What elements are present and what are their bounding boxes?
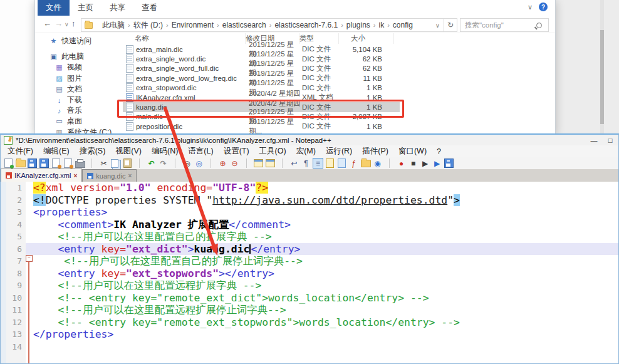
folder-as-workspace-button[interactable]	[360, 158, 371, 169]
macro-play-button[interactable]: ▶	[420, 158, 430, 169]
breadcrumb-item[interactable]: › plugins	[338, 21, 370, 29]
zoom-in-button[interactable]: ⊕	[217, 158, 228, 169]
menu-item[interactable]: 编码(N)	[147, 145, 183, 158]
column-header[interactable]: 名称	[135, 33, 246, 44]
menu-item[interactable]: 插件(P)	[357, 145, 393, 158]
breadcrumb-item[interactable]: › elasticsearch	[214, 21, 266, 29]
macro-record-button[interactable]: ●	[396, 158, 407, 169]
code-lines[interactable]: <?xml version="1.0" encoding="UTF-8"?><!…	[33, 182, 618, 363]
file-name: preposition.dic	[136, 123, 249, 130]
document-tab[interactable]: kuang.dic ×	[82, 169, 137, 182]
ribbon-tab[interactable]: 查看	[133, 0, 165, 16]
menu-item[interactable]: 窗口(W)	[393, 145, 432, 158]
breadcrumb-separator-icon: ›	[163, 21, 172, 29]
recent-locations-icon[interactable]: ∨	[65, 21, 69, 28]
breadcrumb-item[interactable]: 此电脑	[96, 20, 125, 31]
fold-margin[interactable]	[26, 182, 33, 363]
close-button[interactable]	[51, 158, 61, 169]
function-list-button[interactable]: ƒ	[348, 158, 359, 169]
code-editor[interactable]: 1234567891011121314 − <?xml version="1.0…	[1, 182, 618, 363]
menu-item[interactable]: 设置(T)	[219, 145, 254, 158]
sidebar-item[interactable]: ▭ 桌面	[35, 116, 123, 127]
tab-close-icon[interactable]: ×	[73, 172, 77, 179]
refresh-button[interactable]: ↻	[444, 18, 457, 32]
line-number: 3	[6, 206, 22, 219]
menu-item[interactable]: 运行(R)	[321, 145, 357, 158]
background-scrollbar-thumb[interactable]	[600, 30, 604, 124]
macro-stop-button[interactable]: ■	[408, 158, 419, 169]
tab-close-icon[interactable]: ×	[128, 172, 132, 179]
ribbon-tab[interactable]: 共享	[101, 0, 133, 16]
sync-vertical-scroll-button[interactable]	[253, 158, 264, 169]
address-dropdown-icon[interactable]: ∨	[432, 22, 444, 29]
menu-item[interactable]: 视图(V)	[110, 145, 147, 158]
search-input[interactable]: 搜索"config"	[460, 18, 549, 32]
file-row[interactable]: preposition.dic 2019/12/25 星期... DIC 文件 …	[123, 122, 400, 131]
sidebar-item[interactable]: ▦ 视频	[35, 62, 123, 73]
back-icon[interactable]: ←	[43, 19, 51, 28]
undo-button[interactable]: ↶	[146, 158, 157, 169]
macro-run-multiple-button[interactable]: ▶	[432, 158, 442, 169]
show-all-characters-button[interactable]: ¶	[301, 158, 311, 169]
column-header[interactable]: 类型	[299, 33, 339, 44]
sidebar-item[interactable]: ▨ 图片	[35, 73, 123, 84]
code-segment: "1.0"	[120, 182, 150, 194]
replace-button[interactable]: ◎	[194, 158, 204, 169]
menu-item[interactable]: 工具(O)	[254, 145, 291, 158]
search-icon	[536, 23, 542, 28]
toolbar-separator	[241, 158, 252, 169]
column-header[interactable]: 大小	[339, 33, 394, 44]
copy-button[interactable]	[110, 158, 121, 169]
fold-marker-icon[interactable]: −	[26, 255, 33, 262]
sync-horizontal-scroll-button[interactable]	[265, 158, 276, 169]
sidebar-item-icon: ♪	[55, 107, 64, 115]
breadcrumb-item[interactable]: › ik	[370, 21, 384, 29]
sidebar-item[interactable]: ♪ 音乐	[35, 105, 123, 116]
document-map-button[interactable]	[325, 158, 335, 169]
file-monitoring-button[interactable]: ◉	[372, 158, 383, 169]
notepad-title-bar[interactable]: *D:\Environment\elasticsearch\elasticsea…	[1, 135, 618, 145]
forward-icon[interactable]: →	[55, 19, 63, 28]
zoom-out-button[interactable]: ⊖	[229, 158, 240, 169]
word-wrap-button[interactable]: ↩	[289, 158, 299, 169]
macro-save-button[interactable]	[444, 158, 454, 169]
redo-button[interactable]: ↷	[158, 158, 169, 169]
address-bar[interactable]: 此电脑 › 软件 (D:) › Environment › elasticsea…	[81, 18, 444, 32]
menu-item[interactable]: ?	[432, 146, 446, 157]
breadcrumb-item[interactable]: › Environment	[163, 21, 214, 29]
find-button[interactable]: ◎	[182, 158, 192, 169]
document-tab[interactable]: IKAnalyzer.cfg.xml ×	[1, 169, 82, 182]
ribbon-tab[interactable]: 文件	[38, 0, 70, 16]
menu-item[interactable]: 宏(M)	[291, 145, 321, 158]
up-icon[interactable]: ↑	[71, 19, 76, 28]
minimize-button[interactable]: —	[586, 137, 602, 144]
menu-item[interactable]: 编辑(E)	[38, 145, 75, 158]
paste-button[interactable]	[122, 158, 133, 169]
save-button[interactable]	[27, 158, 38, 169]
ribbon-collapse-icon[interactable]: ∨	[528, 3, 533, 11]
breadcrumb-item[interactable]: › elasticsearch-7.6.1	[266, 21, 338, 29]
breadcrumb-item[interactable]: › config	[384, 21, 413, 29]
help-icon[interactable]: ?	[539, 3, 548, 11]
sidebar-item[interactable]: ★ 快速访问	[35, 36, 123, 46]
menu-item[interactable]: 搜索(S)	[75, 145, 111, 158]
open-file-button[interactable]	[15, 158, 26, 169]
breadcrumb-label: elasticsearch-7.6.1	[274, 21, 338, 29]
sidebar-item[interactable]: ▣ 此电脑	[35, 51, 123, 62]
sidebar-item[interactable]: ↓ 下载	[35, 95, 123, 105]
menu-item[interactable]: 文件(F)	[3, 145, 38, 158]
close-all-button[interactable]	[63, 158, 73, 169]
indent-guide-button[interactable]: ≡	[313, 158, 323, 169]
cut-button[interactable]: ✂	[98, 158, 109, 169]
maximize-button[interactable]: □	[602, 137, 618, 144]
menu-item[interactable]: 语言(L)	[183, 145, 218, 158]
toolbar-button-glyph	[39, 159, 49, 168]
save-all-button[interactable]	[39, 158, 49, 169]
new-file-button[interactable]	[3, 158, 14, 169]
breadcrumb-item[interactable]: › 软件 (D:)	[125, 20, 163, 31]
sidebar-item[interactable]: ▤ 文档	[35, 84, 123, 95]
document-list-button[interactable]	[336, 158, 347, 169]
toolbar-button-glyph	[139, 159, 140, 168]
print-button[interactable]	[75, 158, 85, 169]
ribbon-tab[interactable]: 主页	[70, 0, 101, 16]
